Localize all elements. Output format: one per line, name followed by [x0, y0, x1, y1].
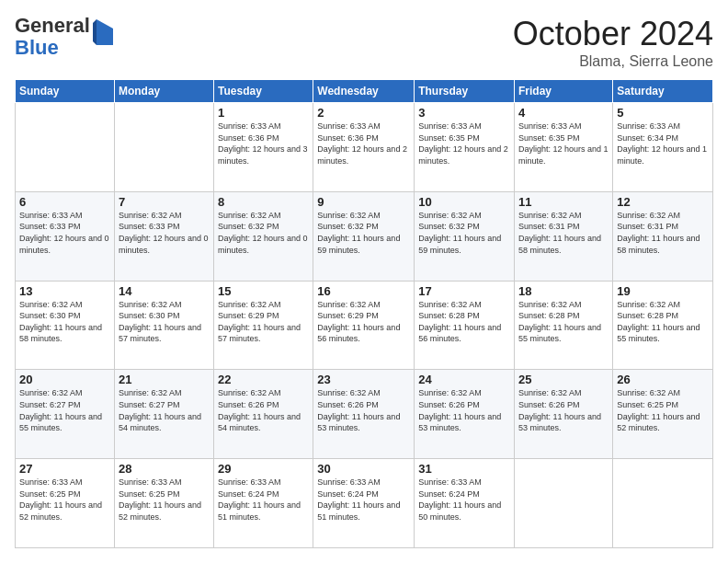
day-number: 20	[19, 373, 110, 386]
day-info: Sunrise: 6:32 AMSunset: 6:29 PMDaylight:…	[218, 299, 309, 345]
day-info: Sunrise: 6:33 AMSunset: 6:25 PMDaylight:…	[19, 477, 110, 523]
table-row: 19Sunrise: 6:32 AMSunset: 6:28 PMDayligh…	[613, 281, 713, 370]
table-row	[613, 459, 713, 548]
day-number: 6	[19, 195, 110, 209]
day-info: Sunrise: 6:33 AMSunset: 6:24 PMDaylight:…	[418, 477, 510, 523]
day-info: Sunrise: 6:32 AMSunset: 6:27 PMDaylight:…	[19, 387, 110, 433]
day-info: Sunrise: 6:32 AMSunset: 6:26 PMDaylight:…	[518, 387, 609, 433]
logo-icon	[93, 19, 113, 45]
calendar-table: Sunday Monday Tuesday Wednesday Thursday…	[15, 79, 713, 548]
day-info: Sunrise: 6:33 AMSunset: 6:36 PMDaylight:…	[218, 121, 309, 167]
table-row: 20Sunrise: 6:32 AMSunset: 6:27 PMDayligh…	[16, 370, 115, 459]
day-number: 3	[418, 106, 510, 120]
title-block: October 2024 Blama, Sierra Leone	[513, 15, 713, 70]
table-row: 31Sunrise: 6:33 AMSunset: 6:24 PMDayligh…	[415, 459, 515, 548]
day-info: Sunrise: 6:33 AMSunset: 6:35 PMDaylight:…	[418, 121, 510, 167]
day-info: Sunrise: 6:32 AMSunset: 6:31 PMDaylight:…	[518, 210, 609, 256]
month-title: October 2024	[513, 15, 713, 53]
table-row: 8Sunrise: 6:32 AMSunset: 6:32 PMDaylight…	[214, 191, 313, 281]
day-info: Sunrise: 6:33 AMSunset: 6:33 PMDaylight:…	[19, 210, 110, 256]
table-row: 25Sunrise: 6:32 AMSunset: 6:26 PMDayligh…	[515, 370, 613, 459]
day-info: Sunrise: 6:33 AMSunset: 6:25 PMDaylight:…	[119, 477, 210, 523]
day-number: 31	[418, 462, 510, 476]
day-info: Sunrise: 6:32 AMSunset: 6:30 PMDaylight:…	[19, 299, 110, 345]
day-number: 23	[317, 373, 410, 386]
day-info: Sunrise: 6:32 AMSunset: 6:32 PMDaylight:…	[418, 210, 510, 256]
table-row: 15Sunrise: 6:32 AMSunset: 6:29 PMDayligh…	[214, 281, 313, 370]
table-row: 12Sunrise: 6:32 AMSunset: 6:31 PMDayligh…	[613, 191, 713, 281]
table-row: 29Sunrise: 6:33 AMSunset: 6:24 PMDayligh…	[214, 459, 313, 548]
table-row: 24Sunrise: 6:32 AMSunset: 6:26 PMDayligh…	[415, 370, 515, 459]
day-number: 9	[317, 195, 410, 209]
logo-general: General	[15, 14, 90, 37]
day-info: Sunrise: 6:32 AMSunset: 6:26 PMDaylight:…	[218, 387, 309, 433]
day-number: 30	[317, 462, 410, 476]
table-row: 22Sunrise: 6:32 AMSunset: 6:26 PMDayligh…	[214, 370, 313, 459]
day-info: Sunrise: 6:32 AMSunset: 6:32 PMDaylight:…	[218, 210, 309, 256]
day-number: 19	[617, 284, 709, 298]
day-number: 14	[119, 284, 210, 298]
day-info: Sunrise: 6:32 AMSunset: 6:25 PMDaylight:…	[617, 387, 709, 433]
day-number: 12	[617, 195, 709, 209]
col-sunday: Sunday	[16, 80, 115, 103]
table-row: 13Sunrise: 6:32 AMSunset: 6:30 PMDayligh…	[16, 281, 115, 370]
day-number: 17	[418, 284, 510, 298]
day-number: 27	[19, 462, 110, 476]
day-number: 25	[518, 373, 609, 386]
table-row: 17Sunrise: 6:32 AMSunset: 6:28 PMDayligh…	[415, 281, 515, 370]
calendar-header-row: Sunday Monday Tuesday Wednesday Thursday…	[16, 80, 713, 103]
day-info: Sunrise: 6:32 AMSunset: 6:26 PMDaylight:…	[418, 387, 510, 433]
col-thursday: Thursday	[415, 80, 515, 103]
day-number: 21	[119, 373, 210, 386]
day-number: 4	[518, 106, 609, 120]
table-row: 30Sunrise: 6:33 AMSunset: 6:24 PMDayligh…	[313, 459, 415, 548]
day-number: 5	[617, 106, 709, 120]
day-number: 26	[617, 373, 709, 386]
day-number: 11	[518, 195, 609, 209]
day-number: 29	[218, 462, 309, 476]
day-number: 28	[119, 462, 210, 476]
col-friday: Friday	[515, 80, 613, 103]
day-number: 1	[218, 106, 309, 120]
table-row: 4Sunrise: 6:33 AMSunset: 6:35 PMDaylight…	[515, 103, 613, 192]
day-info: Sunrise: 6:33 AMSunset: 6:24 PMDaylight:…	[317, 477, 410, 523]
day-info: Sunrise: 6:33 AMSunset: 6:35 PMDaylight:…	[518, 121, 609, 167]
table-row	[515, 459, 613, 548]
col-saturday: Saturday	[613, 80, 713, 103]
day-info: Sunrise: 6:33 AMSunset: 6:24 PMDaylight:…	[218, 477, 309, 523]
svg-marker-1	[93, 19, 97, 45]
day-number: 2	[317, 106, 410, 120]
day-number: 10	[418, 195, 510, 209]
table-row: 14Sunrise: 6:32 AMSunset: 6:30 PMDayligh…	[114, 281, 213, 370]
table-row: 5Sunrise: 6:33 AMSunset: 6:34 PMDaylight…	[613, 103, 713, 192]
table-row	[114, 103, 213, 192]
day-info: Sunrise: 6:32 AMSunset: 6:28 PMDaylight:…	[518, 299, 609, 345]
day-info: Sunrise: 6:32 AMSunset: 6:28 PMDaylight:…	[617, 299, 709, 345]
table-row: 18Sunrise: 6:32 AMSunset: 6:28 PMDayligh…	[515, 281, 613, 370]
table-row: 28Sunrise: 6:33 AMSunset: 6:25 PMDayligh…	[114, 459, 213, 548]
table-row: 7Sunrise: 6:32 AMSunset: 6:33 PMDaylight…	[114, 191, 213, 281]
table-row: 23Sunrise: 6:32 AMSunset: 6:26 PMDayligh…	[313, 370, 415, 459]
day-info: Sunrise: 6:32 AMSunset: 6:29 PMDaylight:…	[317, 299, 410, 345]
day-info: Sunrise: 6:32 AMSunset: 6:27 PMDaylight:…	[119, 387, 210, 433]
table-row: 3Sunrise: 6:33 AMSunset: 6:35 PMDaylight…	[415, 103, 515, 192]
table-row: 1Sunrise: 6:33 AMSunset: 6:36 PMDaylight…	[214, 103, 313, 192]
table-row: 26Sunrise: 6:32 AMSunset: 6:25 PMDayligh…	[613, 370, 713, 459]
day-info: Sunrise: 6:32 AMSunset: 6:30 PMDaylight:…	[119, 299, 210, 345]
day-number: 24	[418, 373, 510, 386]
day-info: Sunrise: 6:32 AMSunset: 6:26 PMDaylight:…	[317, 387, 410, 433]
location-title: Blama, Sierra Leone	[513, 53, 713, 70]
col-monday: Monday	[114, 80, 213, 103]
day-info: Sunrise: 6:32 AMSunset: 6:33 PMDaylight:…	[119, 210, 210, 256]
day-number: 16	[317, 284, 410, 298]
table-row: 6Sunrise: 6:33 AMSunset: 6:33 PMDaylight…	[16, 191, 115, 281]
table-row: 21Sunrise: 6:32 AMSunset: 6:27 PMDayligh…	[114, 370, 213, 459]
day-info: Sunrise: 6:32 AMSunset: 6:32 PMDaylight:…	[317, 210, 410, 256]
table-row: 27Sunrise: 6:33 AMSunset: 6:25 PMDayligh…	[16, 459, 115, 548]
logo-blue: Blue	[15, 36, 59, 59]
svg-marker-0	[97, 19, 113, 45]
table-row: 2Sunrise: 6:33 AMSunset: 6:36 PMDaylight…	[313, 103, 415, 192]
day-number: 8	[218, 195, 309, 209]
day-number: 15	[218, 284, 309, 298]
table-row: 11Sunrise: 6:32 AMSunset: 6:31 PMDayligh…	[515, 191, 613, 281]
